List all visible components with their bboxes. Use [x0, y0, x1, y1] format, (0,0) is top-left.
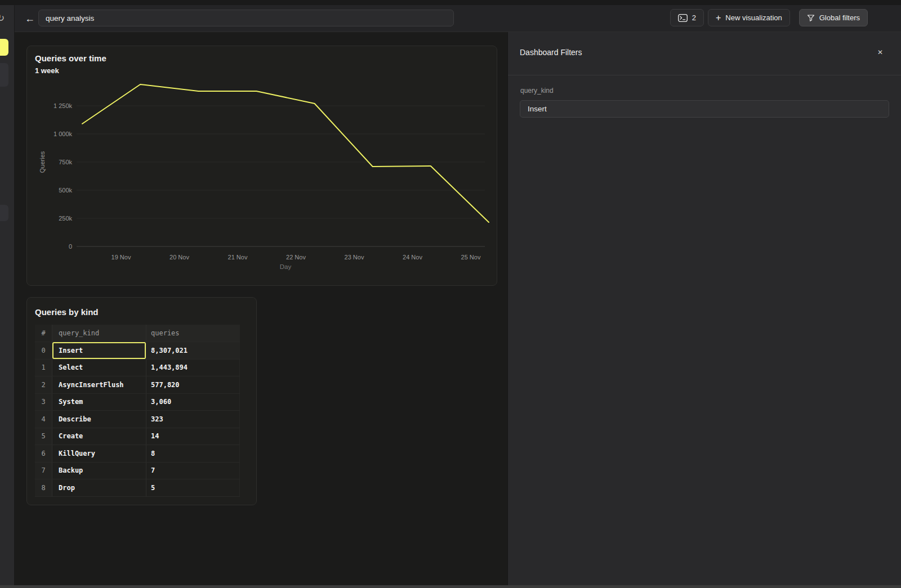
refresh-icon[interactable]: ↻	[0, 12, 5, 24]
queries-series-line	[82, 84, 489, 222]
queries-count-cell[interactable]: 14	[146, 428, 240, 445]
y-axis-tick-label: 250k	[59, 215, 72, 222]
y-axis-tick-label: 0	[69, 243, 72, 250]
y-axis-tick-label: 1 250k	[53, 102, 73, 109]
plus-icon: +	[716, 14, 721, 23]
row-index-cell: 1	[35, 360, 52, 376]
table-row: 7Backup7	[35, 462, 240, 479]
query-kind-cell[interactable]: AsyncInsertFlush	[52, 376, 146, 393]
queries-count-cell[interactable]: 3,060	[146, 394, 240, 411]
queries-count-cell[interactable]: 8,307,021	[146, 342, 240, 359]
column-header-queries: queries	[146, 325, 240, 342]
table-row: 4Describe323	[35, 410, 240, 428]
row-index-cell: 0	[35, 342, 52, 359]
chart-panel-queries-over-time: 1 250k1 000k750k500k250k019 Nov20 Nov21 …	[26, 46, 497, 286]
y-axis-tick-label: 1 000k	[53, 131, 73, 137]
queries-by-kind-table: #query_kindqueries0Insert8,307,0211Selec…	[35, 325, 240, 497]
console-icon	[678, 14, 688, 22]
query-kind-cell[interactable]: Describe	[52, 411, 146, 428]
y-axis-tick-label: 750k	[59, 159, 72, 165]
chart-title: Queries over time	[35, 53, 106, 63]
topbar: ← 2 + New visualization Global filters	[15, 5, 901, 32]
query-kind-cell[interactable]: Insert	[52, 342, 146, 359]
queries-count-cell[interactable]: 7	[146, 463, 240, 479]
row-index-cell: 8	[35, 479, 52, 496]
query-kind-cell[interactable]: Select	[52, 360, 146, 376]
funnel-icon	[807, 14, 815, 22]
queries-count-cell[interactable]: 323	[146, 411, 240, 428]
back-button[interactable]: ←	[23, 11, 37, 26]
x-axis-tick-label: 19 Nov	[111, 254, 131, 261]
x-axis-tick-label: 20 Nov	[170, 254, 189, 261]
table-row: 6KillQuery8	[35, 445, 240, 462]
x-axis-tick-label: 25 Nov	[461, 254, 481, 261]
sidebar-item-active[interactable]	[0, 39, 8, 56]
sidebar-item[interactable]	[0, 205, 8, 221]
left-sidebar: ↻	[0, 5, 15, 585]
x-axis-tick-label: 22 Nov	[286, 254, 306, 261]
table-row: 2AsyncInsertFlush577,820	[35, 376, 240, 393]
sql-console-button[interactable]: 2	[670, 9, 704, 26]
query-kind-cell[interactable]: KillQuery	[52, 445, 146, 462]
table-row: 5Create14	[35, 428, 240, 445]
filter-field-label: query_kind	[520, 87, 554, 95]
row-index-cell: 7	[35, 463, 52, 479]
queries-count-cell[interactable]: 8	[146, 445, 240, 462]
x-axis-title: Day	[280, 263, 292, 270]
filters-panel-divider	[508, 75, 901, 75]
table-row: 0Insert8,307,021	[35, 342, 240, 359]
console-count: 2	[692, 14, 696, 22]
y-axis-title: Queries	[39, 151, 46, 173]
query-kind-cell[interactable]: System	[52, 394, 146, 411]
queries-count-cell[interactable]: 1,443,894	[146, 360, 240, 376]
window-bottom-strip	[0, 585, 901, 588]
row-index-cell: 4	[35, 411, 52, 428]
column-header-index: #	[35, 325, 52, 342]
filters-panel-title: Dashboard Filters	[520, 48, 582, 57]
query-kind-cell[interactable]: Drop	[52, 479, 146, 496]
global-filters-button[interactable]: Global filters	[799, 9, 868, 26]
x-axis-tick-label: 23 Nov	[345, 254, 364, 261]
row-index-cell: 6	[35, 445, 52, 462]
chart-subtitle: 1 week	[35, 66, 59, 75]
query-kind-cell[interactable]: Backup	[52, 463, 146, 479]
table-row: 1Select1,443,894	[35, 359, 240, 376]
table-panel-queries-by-kind: Queries by kind #query_kindqueries0Inser…	[26, 297, 257, 505]
query-kind-filter-input[interactable]	[520, 100, 889, 118]
row-index-cell: 5	[35, 428, 52, 445]
row-index-cell: 2	[35, 376, 52, 393]
close-icon[interactable]: ✕	[875, 47, 885, 57]
column-header-query_kind: query_kind	[52, 325, 146, 342]
queries-count-cell[interactable]: 577,820	[146, 376, 240, 393]
sidebar-item[interactable]	[0, 63, 8, 87]
dashboard-title-input[interactable]	[38, 10, 454, 26]
window-top-strip	[0, 0, 901, 5]
x-axis-tick-label: 24 Nov	[403, 254, 422, 261]
queries-over-time-line-chart: 1 250k1 000k750k500k250k019 Nov20 Nov21 …	[27, 46, 497, 285]
topbar-buttons: 2 + New visualization Global filters	[670, 9, 868, 26]
dashboard-filters-panel: Dashboard Filters ✕ query_kind	[507, 32, 901, 585]
table-row: 3System3,060	[35, 393, 240, 411]
row-index-cell: 3	[35, 394, 52, 411]
table-header-row: #query_kindqueries	[35, 325, 240, 342]
new-visualization-button[interactable]: + New visualization	[708, 9, 790, 26]
table-row: 8Drop5	[35, 479, 240, 496]
x-axis-tick-label: 21 Nov	[228, 254, 248, 261]
y-axis-tick-label: 500k	[59, 187, 72, 194]
table-title: Queries by kind	[35, 307, 99, 317]
queries-count-cell[interactable]: 5	[146, 479, 240, 496]
dashboard-canvas: 1 250k1 000k750k500k250k019 Nov20 Nov21 …	[15, 32, 507, 585]
query-kind-cell[interactable]: Create	[52, 428, 146, 445]
